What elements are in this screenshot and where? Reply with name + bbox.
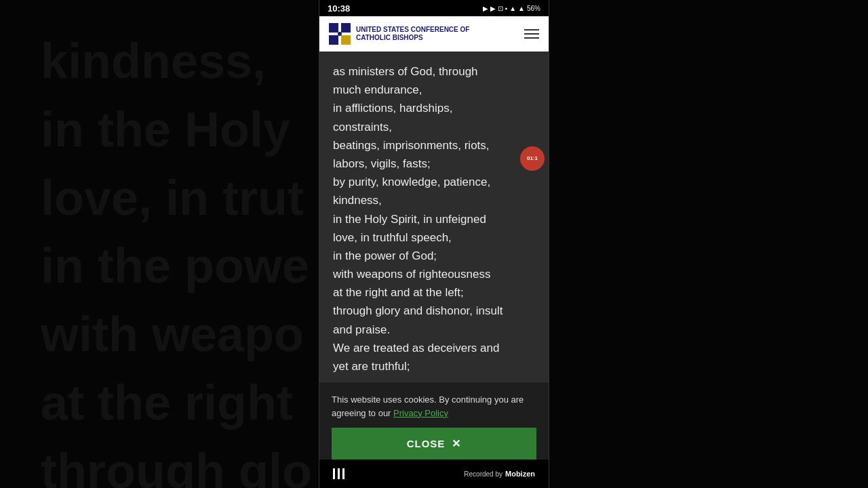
nav-bar-2 [338,468,340,479]
svg-rect-2 [329,35,338,45]
close-x-icon: ✕ [452,437,461,450]
scripture-line-14: and praise. [333,323,390,336]
logo-text: UNITED STATES CONFERENCE OF CATHOLIC BIS… [356,26,469,42]
status-bar: 10:38 ▶ ▶ ⊡ ▪ ▲ ▲ 56% [319,0,549,16]
nav-bar-3 [342,468,344,479]
recorded-label: Recorded by Mobizen [464,470,535,478]
scripture-line-7: kindness, [333,194,382,207]
nav-bar-1 [333,468,335,479]
right-panel [549,0,868,488]
close-button[interactable]: CLOSE ✕ [332,428,536,460]
mobizen-brand: Mobizen [505,470,535,478]
phone-frame: 10:38 ▶ ▶ ⊡ ▪ ▲ ▲ 56% UNITED STATES CONF… [319,0,549,488]
close-label: CLOSE [407,438,446,449]
signal-icon: ▲ [509,5,516,12]
status-time: 10:38 [328,3,350,14]
hamburger-line-2 [524,33,539,35]
privacy-policy-link[interactable]: Privacy Policy [393,408,448,418]
recording-time: 01:1 [527,156,538,162]
svg-rect-3 [341,35,351,45]
battery-icon: ▪ [505,5,508,12]
nav-indicator [333,468,344,479]
youtube-icon: ▶ [483,5,488,12]
cookie-banner: This website uses cookies. By continuing… [319,382,549,460]
scripture-line-11: with weapons of righteousness [333,268,490,281]
status-icons: ▶ ▶ ⊡ ▪ ▲ ▲ 56% [483,5,540,12]
scripture-line-10: in the power of God; [333,249,437,262]
scripture-line-13: through glory and dishonor, insult [333,304,502,317]
scripture-line-6: by purity, knowledge, patience, [333,176,490,188]
cast-icon: ⊡ [498,5,503,12]
scripture-line-3: constraints, [333,121,392,134]
scripture-line-16: yet are truthful; [333,360,410,373]
scripture-text: as ministers of God, through much endura… [333,62,535,375]
hamburger-line-3 [524,37,539,39]
svg-point-4 [338,32,342,36]
scripture-line-2: in afflictions, hardships, [333,102,452,115]
scripture-line-9: love, in truthful speech, [333,231,452,244]
usccb-logo-icon [329,23,351,45]
recording-badge: 01:1 [520,146,545,171]
app-header: UNITED STATES CONFERENCE OF CATHOLIC BIS… [319,16,549,52]
battery-percent: 56% [527,5,540,12]
hamburger-line-1 [524,29,539,30]
scripture-line-0: as ministers of God, through [333,65,478,78]
scripture-line-1: much endurance, [333,83,422,96]
scripture-line-15: We are treated as deceivers and [333,342,499,354]
logo-area: UNITED STATES CONFERENCE OF CATHOLIC BIS… [329,23,469,45]
scripture-line-5: labors, vigils, fasts; [333,157,431,170]
scripture-line-4: beatings, imprisonments, riots, [333,139,490,152]
hamburger-menu[interactable] [524,29,539,39]
youtube-icon-2: ▶ [490,5,496,12]
scripture-line-8: in the Holy Spirit, in unfeigned [333,213,486,226]
scripture-line-12: at the right and at the left; [333,286,464,299]
bottom-bar: Recorded by Mobizen [319,460,549,488]
cookie-text: This website uses cookies. By continuing… [332,393,536,420]
wifi-icon: ▲ [518,5,525,12]
recorded-text: Recorded by [464,470,502,478]
left-panel [0,0,319,488]
svg-rect-1 [341,23,351,33]
svg-rect-0 [329,23,338,33]
